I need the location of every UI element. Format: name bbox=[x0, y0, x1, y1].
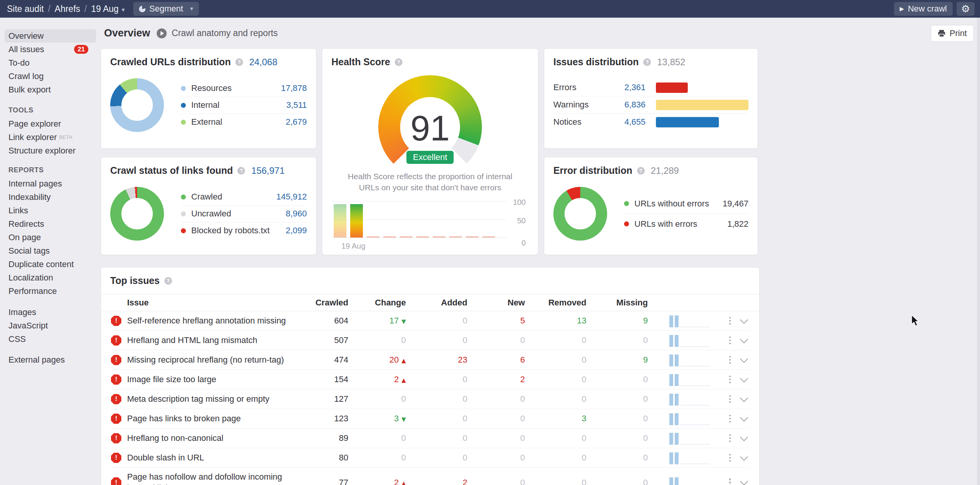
issue-sparkline bbox=[648, 393, 721, 406]
column-header-issue[interactable]: Issue bbox=[127, 298, 310, 308]
kebab-menu-icon[interactable] bbox=[728, 414, 732, 424]
health-trend-bar bbox=[350, 204, 363, 238]
column-header-new[interactable]: New bbox=[467, 298, 525, 308]
health-score-gauge: 91 Excellent bbox=[378, 75, 482, 167]
chevron-down-icon[interactable] bbox=[740, 315, 748, 323]
kebab-menu-icon[interactable] bbox=[728, 355, 732, 365]
card-title: Error distribution bbox=[553, 165, 632, 176]
issues-bar-row-warnings: Warnings6,836 bbox=[553, 96, 748, 113]
legend-item: Resources17,878 bbox=[181, 80, 307, 97]
links-found-total[interactable]: 156,971 bbox=[251, 165, 285, 176]
column-header-missing[interactable]: Missing bbox=[586, 298, 648, 308]
issue-row[interactable]: !Hreflang to non-canonical8900000 bbox=[110, 429, 750, 448]
removed-count: 0 bbox=[525, 355, 586, 365]
sidebar-item-images[interactable]: Images bbox=[5, 305, 96, 319]
sidebar-item-internal-pages[interactable]: Internal pages bbox=[5, 177, 96, 190]
chevron-down-icon[interactable] bbox=[740, 394, 748, 402]
sidebar-item-page-explorer[interactable]: Page explorer bbox=[5, 117, 96, 130]
issue-row[interactable]: !Self-reference hreflang annotation miss… bbox=[110, 311, 750, 331]
sidebar-item-crawl-log[interactable]: Crawl log bbox=[5, 69, 96, 83]
chevron-down-icon[interactable] bbox=[740, 355, 748, 363]
sidebar-item-css[interactable]: CSS bbox=[5, 332, 96, 346]
chevron-down-icon[interactable] bbox=[740, 433, 748, 441]
kebab-menu-icon[interactable] bbox=[728, 477, 732, 485]
help-icon[interactable]: ? bbox=[235, 58, 243, 66]
kebab-menu-icon[interactable] bbox=[728, 316, 732, 326]
sidebar-item-redirects[interactable]: Redirects bbox=[5, 217, 96, 231]
sidebar-item-links[interactable]: Links bbox=[5, 204, 96, 217]
help-icon[interactable]: ? bbox=[237, 167, 245, 175]
sidebar-item-to-do[interactable]: To-do bbox=[5, 56, 96, 69]
new-crawl-button[interactable]: ▶ New crawl bbox=[894, 2, 953, 16]
sidebar-item-social-tags[interactable]: Social tags bbox=[5, 244, 96, 257]
column-header-change[interactable]: Change bbox=[348, 298, 406, 308]
chevron-down-icon[interactable] bbox=[740, 374, 748, 382]
print-button[interactable]: Print bbox=[931, 25, 974, 42]
trend-down-icon: ▼ bbox=[401, 416, 406, 423]
issue-sparkline bbox=[648, 373, 721, 386]
issue-row[interactable]: !Missing reciprocal hreflang (no return-… bbox=[110, 350, 750, 370]
health-trend-bar bbox=[466, 236, 478, 238]
issue-name[interactable]: Hreflang and HTML lang mismatch bbox=[127, 331, 310, 350]
sidebar-item-all-issues[interactable]: All issues21 bbox=[5, 43, 96, 56]
kebab-menu-icon[interactable] bbox=[728, 433, 732, 444]
column-header-added[interactable]: Added bbox=[406, 298, 467, 308]
sidebar-item-link-explorer[interactable]: Link explorerBETA bbox=[5, 130, 96, 144]
issue-row[interactable]: !Page has links to broken page1233▼0030 bbox=[110, 409, 750, 429]
help-icon[interactable]: ? bbox=[637, 167, 645, 175]
kebab-menu-icon[interactable] bbox=[728, 394, 732, 404]
issue-row[interactable]: !Page has nofollow and dofollow incoming… bbox=[110, 468, 750, 485]
play-icon: ▶ bbox=[900, 6, 904, 12]
kebab-menu-icon[interactable] bbox=[728, 335, 732, 346]
sidebar-item-structure-explorer[interactable]: Structure explorer bbox=[5, 144, 96, 157]
sidebar-item-javascript[interactable]: JavaScript bbox=[5, 319, 96, 332]
issue-name[interactable]: Meta description tag missing or empty bbox=[127, 390, 310, 409]
gridline-100 bbox=[332, 201, 507, 201]
scrollbar-track[interactable] bbox=[977, 18, 980, 485]
issue-name[interactable]: Double slash in URL bbox=[127, 449, 310, 467]
chevron-down-icon[interactable] bbox=[740, 452, 748, 460]
sidebar-item-overview[interactable]: Overview bbox=[5, 29, 96, 43]
issue-row[interactable]: !Hreflang and HTML lang mismatch50700000 bbox=[110, 331, 750, 350]
sidebar-item-on-page[interactable]: On page bbox=[5, 231, 96, 244]
issue-name[interactable]: Page has nofollow and dofollow incoming … bbox=[127, 468, 310, 485]
breadcrumb-site[interactable]: Ahrefs bbox=[55, 4, 80, 14]
issue-row[interactable]: !Double slash in URL8000000 bbox=[110, 448, 750, 468]
chevron-down-icon[interactable] bbox=[740, 477, 748, 485]
kebab-menu-icon[interactable] bbox=[728, 453, 732, 463]
new-count: 0 bbox=[467, 335, 525, 345]
legend-dot bbox=[181, 120, 186, 125]
crawled-urls-total[interactable]: 24,068 bbox=[249, 57, 277, 68]
issue-row[interactable]: !Image file size too large1542▲0200 bbox=[110, 370, 750, 389]
chevron-down-icon[interactable] bbox=[740, 413, 748, 421]
video-play-icon[interactable] bbox=[157, 28, 167, 38]
issue-name[interactable]: Page has links to broken page bbox=[127, 409, 310, 428]
help-icon[interactable]: ? bbox=[395, 58, 402, 66]
breadcrumb-crawl-date[interactable]: 19 Aug bbox=[91, 4, 119, 14]
column-header-removed[interactable]: Removed bbox=[525, 298, 586, 308]
breadcrumb-project[interactable]: Site audit bbox=[7, 4, 44, 14]
sidebar-item-indexability[interactable]: Indexability bbox=[5, 190, 96, 204]
issue-sparkline bbox=[648, 432, 721, 445]
issue-name[interactable]: Image file size too large bbox=[127, 370, 310, 389]
added-count: 0 bbox=[406, 414, 467, 424]
chevron-down-icon[interactable] bbox=[740, 335, 748, 343]
sidebar-item-bulk-export[interactable]: Bulk export bbox=[5, 83, 96, 96]
change-value: 20▲ bbox=[348, 355, 406, 365]
issue-name[interactable]: Hreflang to non-canonical bbox=[127, 429, 310, 448]
sidebar-item-external-pages[interactable]: External pages bbox=[5, 353, 96, 366]
sidebar-item-localization[interactable]: Localization bbox=[5, 271, 96, 284]
help-icon[interactable]: ? bbox=[164, 277, 172, 285]
sidebar-item-duplicate-content[interactable]: Duplicate content bbox=[5, 257, 96, 271]
issue-name[interactable]: Missing reciprocal hreflang (no return-t… bbox=[127, 351, 310, 370]
segment-button[interactable]: Segment ▾ bbox=[133, 2, 199, 16]
kebab-menu-icon[interactable] bbox=[728, 374, 732, 385]
trend-up-icon: ▲ bbox=[401, 357, 406, 364]
issue-name[interactable]: Self-reference hreflang annotation missi… bbox=[127, 312, 310, 330]
issue-row[interactable]: !Meta description tag missing or empty12… bbox=[110, 389, 750, 409]
column-header-crawled[interactable]: Crawled bbox=[310, 298, 348, 308]
settings-gear-button[interactable]: ⚙ bbox=[957, 2, 975, 16]
sidebar-item-performance[interactable]: Performance bbox=[5, 284, 96, 298]
help-icon[interactable]: ? bbox=[643, 58, 651, 66]
issues-count-badge: 21 bbox=[74, 45, 88, 54]
